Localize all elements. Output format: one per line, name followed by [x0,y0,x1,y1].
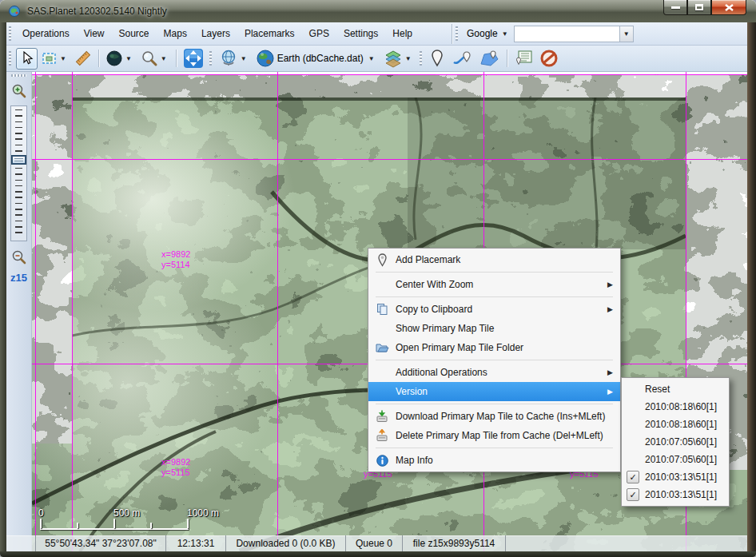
menu-operations[interactable]: Operations [15,24,77,43]
menu-view[interactable]: View [77,24,112,43]
add-path-button[interactable] [450,48,475,70]
dark-globe-button[interactable]: ▼ [103,48,137,70]
maximize-button[interactable] [687,0,711,15]
menu-item-show-primary-map-tile[interactable]: Show Primary Map Tile [368,319,620,338]
menu-layers[interactable]: Layers [194,24,237,43]
map-selector-button[interactable]: Earth (dbCache.dat) ▼ [253,48,380,70]
chevron-down-icon[interactable]: ▼ [161,55,167,62]
menu-help[interactable]: Help [385,24,420,43]
title-bar[interactable]: SAS.Planet 120302.5140 Nightly [0,0,756,22]
zoom-tool-button[interactable]: ▼ [138,48,172,70]
menu-item-open-primary-map-tile-folder[interactable]: Open Primary Map Tile Folder [368,338,620,357]
tile-coordinate-label: x=9892y=5115 [161,457,190,478]
menu-item-label: Delete Primary Map Tile from Cache (Del+… [396,430,603,441]
checkmark-icon [627,471,639,483]
search-dropdown-button[interactable]: ▼ [619,26,633,42]
status-coordinates[interactable]: 55°50'43.34" 37°23'07.08" [36,535,166,551]
search-engine-button[interactable]: Google [462,24,499,43]
fullscreen-button[interactable] [181,48,206,70]
menu-source[interactable]: Source [112,24,157,43]
submenu-arrow-icon: ▶ [607,280,613,288]
menu-item-label: Add Placemark [396,254,460,265]
toolbar-grip[interactable] [9,26,11,41]
menu-item-delete-primary-map-tile[interactable]: Delete Primary Map Tile from Cache (Del+… [368,426,620,445]
geo-search-input[interactable]: ▼ [514,26,634,42]
menu-item-label: Download Primary Map Tile to Cache (Ins+… [396,411,605,422]
menu-gps[interactable]: GPS [302,24,336,43]
window-title: SAS.Planet 120302.5140 Nightly [27,6,167,17]
placemark-pin-icon [372,253,392,267]
chevron-down-icon[interactable]: ▼ [368,55,375,62]
menu-item-copy-to-clipboard[interactable]: Copy to Clipboard ▶ [368,300,620,319]
window-border-bottom [0,551,756,557]
chevron-down-icon[interactable]: ▼ [125,55,132,62]
toolbar-grip[interactable] [456,26,458,41]
zoom-slider[interactable] [10,105,27,241]
submenu-item-version[interactable]: 2010:08:18\60[1] [622,416,729,433]
submenu-item-version[interactable]: 2010:07:05\60[1] [622,433,729,451]
toolbar-grip[interactable] [420,51,422,66]
submenu-item-version-checked[interactable]: 2010:03:13\51[1] [622,486,729,503]
globe-stand-icon [219,49,238,68]
menu-item-add-placemark[interactable]: Add Placemark [368,250,620,269]
menu-separator [376,296,613,297]
zoom-out-button[interactable] [10,248,29,267]
submenu-item-version[interactable]: 2010:08:18\60[1] [622,398,729,416]
sidebar-grip[interactable] [11,74,26,77]
pan-cursor-button[interactable] [16,48,38,70]
minimize-button[interactable] [663,0,687,15]
chevron-down-icon: ▼ [623,30,630,38]
forbidden-icon [539,49,559,68]
menu-separator [376,360,613,360]
scale-label-mid: 500 m [113,507,140,519]
close-button[interactable] [711,0,746,15]
submenu-item-version-checked[interactable]: 2010:03:13\51[1] [622,468,729,486]
chevron-down-icon[interactable]: ▼ [241,55,247,62]
status-tile-file[interactable]: file z15x9893y5114 [403,535,506,551]
chevron-down-icon[interactable]: ▼ [405,55,412,62]
menu-settings[interactable]: Settings [336,24,385,43]
status-blank-cell [6,535,36,551]
tile-coordinate-label: x=9892y=5114 [161,249,190,270]
map-viewport[interactable]: x=9892y=5114 x=9892y=5115 y=5115 y=5115 … [32,72,747,551]
map-context-menu: Add Placemark Center With Zoom ▶ Copy to… [368,248,621,472]
projection-globe-button[interactable]: ▼ [217,48,252,70]
submenu-item-reset[interactable]: Reset [622,380,729,398]
hide-placemarks-button[interactable] [537,48,561,70]
scale-bar: 0 500 m 1000 m [32,507,256,539]
tile-grid-line-horizontal [32,74,747,75]
menu-item-version[interactable]: Version ▶ [368,382,620,401]
add-polygon-button[interactable] [477,48,503,70]
status-downloaded[interactable]: Downloaded 0 (0.0 KB) [226,535,346,551]
toolbar-grip[interactable] [9,51,11,66]
menu-item-label: Show Primary Map Tile [396,323,494,334]
magnifier-icon [141,50,158,67]
tile-grid-line-horizontal [32,159,747,160]
layers-button[interactable]: ▼ [381,48,416,70]
menu-item-download-primary-map-tile[interactable]: Download Primary Map Tile to Cache (Ins+… [368,407,620,426]
menu-item-additional-operations[interactable]: Additional Operations ▶ [368,363,620,382]
zoom-in-button[interactable] [10,82,29,101]
menu-bar: Operations View Source Maps Layers Place… [6,22,747,46]
toolbar-grip[interactable] [209,51,212,66]
menu-item-map-info[interactable]: Map Info [368,451,620,470]
layers-icon [384,49,403,68]
add-placemark-button[interactable] [427,48,448,70]
chevron-down-icon[interactable]: ▼ [60,55,66,62]
zoom-slider-handle[interactable] [12,156,26,164]
menu-item-label: Additional Operations [396,367,487,378]
submenu-item-version[interactable]: 2010:07:05\60[1] [622,451,729,468]
minimize-icon [671,6,680,9]
menu-placemarks[interactable]: Placemarks [237,24,302,43]
selection-tool-button[interactable]: ▼ [39,48,71,70]
chevron-down-icon[interactable]: ▼ [502,30,508,38]
placemark-manager-button[interactable] [511,48,535,70]
status-time[interactable]: 12:13:31 [166,535,226,551]
measure-distance-button[interactable] [73,48,94,70]
main-toolbar: ▼ ▼ ▼ [6,46,747,72]
status-queue[interactable]: Queue 0 [346,535,403,551]
tile-grid-line-vertical [35,72,36,551]
info-icon [372,455,392,467]
menu-item-center-with-zoom[interactable]: Center With Zoom ▶ [368,275,620,294]
menu-maps[interactable]: Maps [157,24,194,43]
